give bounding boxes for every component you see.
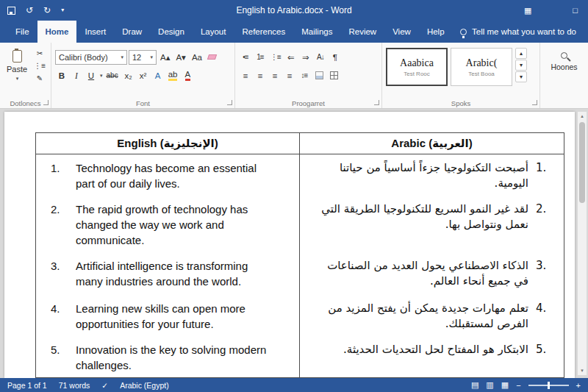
clear-formatting-icon[interactable] — [206, 50, 219, 65]
font-size-combo[interactable]: 12 ▾ — [129, 50, 157, 65]
english-column-header[interactable]: English (الإنجليزية) — [36, 133, 300, 154]
grow-font-icon[interactable]: A▴ — [158, 50, 172, 65]
tab-layout[interactable]: Layout — [193, 21, 234, 43]
page-indicator[interactable]: Page 1 of 1 — [7, 381, 47, 390]
styles-scroll-down-icon[interactable]: ▾ — [515, 60, 527, 71]
font-color-icon[interactable]: A — [185, 70, 191, 82]
bullets-icon[interactable]: •≡ — [239, 50, 252, 65]
word-count[interactable]: 71 words — [59, 381, 90, 390]
subscript-button[interactable]: x₂ — [122, 68, 135, 83]
english-cell[interactable]: 3. Artificial intelligence is transformi… — [36, 252, 300, 295]
tab-references[interactable]: References — [234, 21, 293, 43]
vertical-scrollbar[interactable]: ▴ ▾ — [578, 112, 587, 375]
zoom-slider-thumb[interactable] — [548, 382, 550, 389]
paste-button[interactable]: Paste ▾ — [4, 48, 30, 84]
undo-icon[interactable]: ↺ — [26, 6, 33, 15]
styles-dialog-launcher-icon[interactable] — [532, 100, 537, 105]
cut-icon[interactable]: ✂ — [32, 48, 48, 59]
styles-gallery-expand-icon[interactable]: ▾ — [515, 71, 527, 82]
highlight-color-icon[interactable]: ab — [168, 70, 178, 82]
arabic-cell[interactable]: 3. الذكاء الاصطناعي يحول العديد من الصنا… — [300, 252, 564, 295]
english-cell[interactable]: 2. The rapid growth of technology has ch… — [36, 196, 300, 252]
language-indicator[interactable]: Arabic (Egypt) — [120, 381, 169, 390]
arabic-sentence: الذكاء الاصطناعي يحول العديد من الصناعات… — [318, 258, 528, 289]
show-paragraph-marks-icon[interactable]: ¶ — [329, 50, 342, 65]
paragraph-group: •≡ 1≡ ⋮≡ ⇐ ⇒ A↓ ¶ ≡ ≡ ≡ ≡ ↕≡ Proogarret — [235, 43, 382, 108]
english-cell[interactable]: 4. Learning new skills can open more opp… — [36, 295, 300, 336]
zoom-in-icon[interactable]: + — [576, 381, 581, 390]
arabic-cell[interactable]: 2. لقد غير النمو السريع للتكنولوجيا الطر… — [300, 196, 564, 252]
increase-indent-icon[interactable]: ⇒ — [299, 50, 312, 65]
line-spacing-icon[interactable]: ↕≡ — [298, 68, 311, 83]
font-dialog-launcher-icon[interactable] — [227, 100, 232, 105]
customize-qat-icon[interactable]: ▾ — [61, 7, 64, 13]
align-right-icon[interactable]: ≡ — [268, 68, 282, 83]
tab-mailings[interactable]: Mailings — [293, 21, 340, 43]
paragraph-dialog-launcher-icon[interactable] — [374, 100, 379, 105]
scroll-down-icon[interactable]: ▾ — [581, 366, 584, 375]
tab-insert[interactable]: Insert — [76, 21, 114, 43]
bold-button[interactable]: B — [55, 68, 68, 83]
change-case-icon[interactable]: Aa — [190, 50, 204, 65]
english-sentence: Innovation is the key to solving modern … — [76, 342, 268, 373]
tab-home[interactable]: Home — [37, 21, 77, 43]
table-row: 4. Learning new skills can open more opp… — [36, 295, 564, 336]
tab-draw[interactable]: Draw — [114, 21, 150, 43]
style-no-spacing[interactable]: Arabic( Test Booa — [451, 48, 512, 86]
copy-icon[interactable]: ⋮≡ — [32, 60, 48, 71]
zoom-out-icon[interactable]: − — [516, 381, 520, 390]
arabic-cell[interactable]: 1. أصبحت التكنولوجيا جزءاً أساسياً من حي… — [300, 154, 564, 196]
web-layout-icon[interactable]: ▦ — [501, 380, 509, 390]
scroll-up-icon[interactable]: ▴ — [581, 112, 584, 121]
tab-file[interactable]: File — [7, 21, 37, 43]
paragraph-group-label: Proogarret — [235, 99, 381, 107]
shrink-font-icon[interactable]: A▾ — [173, 50, 187, 65]
print-layout-icon[interactable]: ▥ — [486, 380, 493, 390]
align-center-icon[interactable]: ≡ — [254, 68, 267, 83]
text-effects-icon[interactable]: A — [151, 68, 165, 83]
restore-window-icon[interactable]: □ — [573, 7, 578, 15]
justify-icon[interactable]: ≡ — [283, 68, 296, 83]
proofing-check-icon[interactable]: ✓ — [101, 381, 108, 390]
tab-design[interactable]: Design — [150, 21, 193, 43]
borders-icon[interactable] — [327, 68, 340, 83]
ribbon-display-options-icon[interactable]: ▦ — [524, 7, 531, 15]
styles-scroll-up-icon[interactable]: ▴ — [515, 48, 527, 59]
scrollbar-thumb[interactable] — [579, 122, 585, 203]
english-cell[interactable]: 1. Technology has become an essential pa… — [36, 154, 300, 196]
strikethrough-button[interactable]: abc — [104, 68, 121, 83]
arabic-cell[interactable]: 5. الابتكار هو المفتاح لحل التحديات الحد… — [300, 336, 564, 377]
arabic-column-header[interactable]: Arabic (العربية) — [300, 133, 564, 154]
paste-dropdown-icon[interactable]: ▾ — [16, 76, 19, 82]
font-name-combo[interactable]: Calibri (Body) ▾ — [55, 50, 127, 65]
underline-dropdown-icon[interactable]: ▾ — [100, 73, 103, 79]
save-icon[interactable] — [7, 7, 15, 15]
numbering-icon[interactable]: 1≡ — [254, 50, 267, 65]
english-cell[interactable]: 5. Innovation is the key to solving mode… — [36, 336, 300, 377]
list-number: 1. — [51, 160, 68, 176]
read-mode-icon[interactable]: ▤ — [471, 380, 478, 390]
sort-icon[interactable]: A↓ — [314, 50, 327, 65]
arabic-cell[interactable]: 4. تعلم مهارات جديدة يمكن أن يفتح المزيد… — [300, 295, 564, 336]
superscript-button[interactable]: x² — [137, 68, 150, 83]
document-page[interactable]: English (الإنجليزية) Arabic (العربية) 1.… — [4, 112, 575, 378]
align-left-icon[interactable]: ≡ — [239, 68, 252, 83]
ribbon-tab-bar: File Home Insert Draw Design Layout Refe… — [0, 21, 588, 43]
redo-icon[interactable]: ↻ — [43, 6, 51, 15]
multilevel-list-icon[interactable]: ⋮≡ — [268, 50, 283, 65]
zoom-slider[interactable] — [528, 385, 569, 386]
find-button[interactable]: Hoones — [551, 52, 577, 96]
decrease-indent-icon[interactable]: ⇐ — [284, 50, 298, 65]
tell-me-label: Tell me what you want to do — [472, 27, 576, 36]
style-normal[interactable]: Aaabica Test Rooc — [386, 48, 448, 86]
italic-button[interactable]: I — [70, 68, 83, 83]
format-painter-icon[interactable]: ✎ — [32, 73, 48, 84]
shading-icon[interactable] — [312, 68, 326, 83]
underline-button[interactable]: U — [85, 68, 98, 83]
clipboard-small-buttons: ✂ ⋮≡ ✎ — [32, 48, 48, 84]
tab-review[interactable]: Review — [340, 21, 384, 43]
tell-me-box[interactable]: Tell me what you want to do — [460, 21, 588, 43]
tab-help[interactable]: Help — [419, 21, 453, 43]
tab-view[interactable]: View — [384, 21, 419, 43]
clipboard-dialog-launcher-icon[interactable] — [43, 100, 49, 105]
